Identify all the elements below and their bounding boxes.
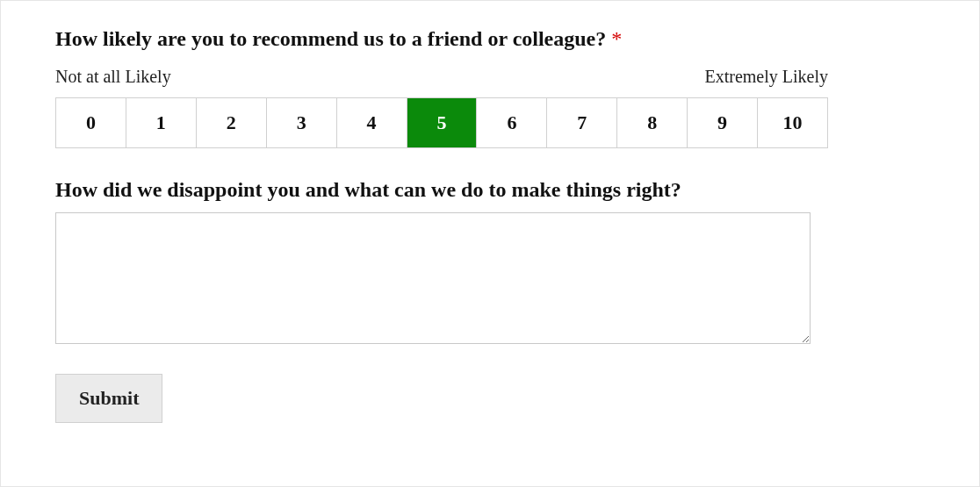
nps-option-8[interactable]: 8 bbox=[617, 98, 688, 147]
scale-high-label: Extremely Likely bbox=[704, 67, 828, 87]
followup-question: How did we disappoint you and what can w… bbox=[55, 178, 926, 202]
nps-option-2[interactable]: 2 bbox=[197, 98, 267, 147]
nps-option-7[interactable]: 7 bbox=[547, 98, 617, 147]
nps-option-9[interactable]: 9 bbox=[688, 98, 758, 147]
nps-option-3[interactable]: 3 bbox=[267, 98, 337, 147]
followup-textarea[interactable] bbox=[55, 212, 811, 344]
nps-question: How likely are you to recommend us to a … bbox=[55, 27, 926, 51]
nps-option-10[interactable]: 10 bbox=[758, 98, 827, 147]
submit-button[interactable]: Submit bbox=[55, 374, 162, 423]
survey-form: How likely are you to recommend us to a … bbox=[0, 0, 980, 487]
nps-option-1[interactable]: 1 bbox=[126, 98, 197, 147]
scale-low-label: Not at all Likely bbox=[55, 67, 171, 87]
required-marker: * bbox=[611, 27, 622, 50]
nps-question-text: How likely are you to recommend us to a … bbox=[55, 27, 606, 50]
nps-option-6[interactable]: 6 bbox=[477, 98, 547, 147]
scale-end-labels: Not at all Likely Extremely Likely bbox=[55, 67, 828, 87]
nps-option-0[interactable]: 0 bbox=[56, 98, 126, 147]
nps-option-5[interactable]: 5 bbox=[407, 98, 478, 147]
nps-option-4[interactable]: 4 bbox=[337, 98, 407, 147]
nps-scale: 0 1 2 3 4 5 6 7 8 9 10 bbox=[55, 97, 828, 148]
